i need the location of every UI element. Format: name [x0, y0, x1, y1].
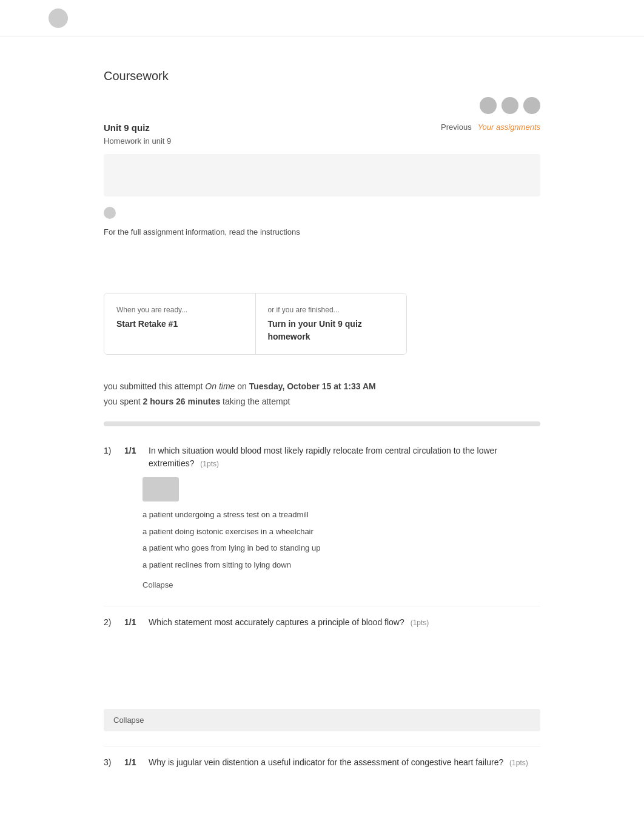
- question-3-score: 1/1: [124, 756, 143, 769]
- question-1-text: In which situation would blood most like…: [149, 444, 540, 470]
- logo: [49, 8, 68, 28]
- action-cards: When you are ready... Start Retake #1 or…: [104, 293, 407, 355]
- your-assignments-link[interactable]: Your assignments: [478, 121, 540, 133]
- question-2-block: 2) 1/1 Which statement most accurately c…: [104, 616, 540, 731]
- assignment-info: Unit 9 quiz Homework in unit 9: [104, 121, 171, 147]
- turn-in-card-label: or if you are finished...: [268, 304, 395, 315]
- retake-card-label: When you are ready...: [116, 304, 243, 315]
- question-1-image: [143, 477, 179, 501]
- previous-link[interactable]: Previous: [441, 121, 472, 133]
- answer-option-3: a patient who goes from lying in bed to …: [143, 540, 540, 557]
- question-2-pts: (1pts): [411, 619, 429, 627]
- answer-option-1: a patient undergoing a stress test on a …: [143, 506, 540, 523]
- breadcrumb: Coursework: [104, 67, 540, 85]
- status-indicator: [104, 207, 116, 219]
- top-bar: [0, 0, 644, 36]
- assignment-header: Unit 9 quiz Homework in unit 9 Previous …: [104, 121, 540, 147]
- divider-2: [104, 746, 540, 746]
- question-2-collapse[interactable]: Collapse: [113, 716, 144, 725]
- question-1-collapse[interactable]: Collapse: [143, 579, 540, 591]
- question-2-row: 2) 1/1 Which statement most accurately c…: [104, 616, 540, 629]
- question-2-score: 1/1: [124, 616, 143, 629]
- question-3-block: 3) 1/1 Why is jugular vein distention a …: [104, 756, 540, 769]
- start-retake-button[interactable]: Start Retake #1: [116, 318, 243, 330]
- question-2-text: Which statement most accurately captures…: [149, 616, 540, 629]
- question-3-pts: (1pts): [509, 759, 528, 767]
- question-2-number: 2): [104, 616, 118, 629]
- assignment-subtitle: Homework in unit 9: [104, 135, 171, 147]
- question-1-answers: a patient undergoing a stress test on a …: [143, 506, 540, 573]
- submission-info: you submitted this attempt On time on Tu…: [104, 379, 540, 409]
- question-2-content-area: [104, 636, 540, 709]
- action-icon-1[interactable]: [480, 97, 497, 114]
- banner-box: [104, 154, 540, 196]
- answer-option-4: a patient reclines from sitting to lying…: [143, 557, 540, 574]
- status-row: [104, 206, 540, 219]
- question-1-pts: (1pts): [200, 460, 219, 468]
- action-icons: [104, 97, 540, 114]
- question-3-number: 3): [104, 756, 118, 769]
- divider-1: [104, 606, 540, 606]
- page-container: Coursework Unit 9 quiz Homework in unit …: [79, 36, 565, 820]
- question-1-block: 1) 1/1 In which situation would blood mo…: [104, 444, 540, 591]
- turn-in-card: or if you are finished... Turn in your U…: [255, 293, 407, 354]
- question-2-collapse-bar: Collapse: [104, 709, 540, 731]
- question-1-number: 1): [104, 444, 118, 457]
- question-3-row: 3) 1/1 Why is jugular vein distention a …: [104, 756, 540, 769]
- info-text: For the full assignment information, rea…: [104, 226, 540, 238]
- question-1-score: 1/1: [124, 444, 143, 457]
- nav-links: Previous Your assignments: [441, 121, 540, 133]
- submission-line1: you submitted this attempt On time on Tu…: [104, 379, 540, 394]
- answer-option-2: a patient doing isotonic exercises in a …: [143, 523, 540, 540]
- question-3-text: Why is jugular vein distention a useful …: [149, 756, 540, 769]
- action-icon-3[interactable]: [523, 97, 540, 114]
- action-icon-2[interactable]: [501, 97, 518, 114]
- question-1-row: 1) 1/1 In which situation would blood mo…: [104, 444, 540, 470]
- start-retake-card: When you are ready... Start Retake #1: [104, 293, 255, 354]
- submission-line2: you spent 2 hours 26 minutes taking the …: [104, 394, 540, 409]
- assignment-title: Unit 9 quiz: [104, 121, 171, 135]
- turn-in-button[interactable]: Turn in your Unit 9 quiz homework: [268, 318, 395, 343]
- score-bar: [104, 421, 540, 426]
